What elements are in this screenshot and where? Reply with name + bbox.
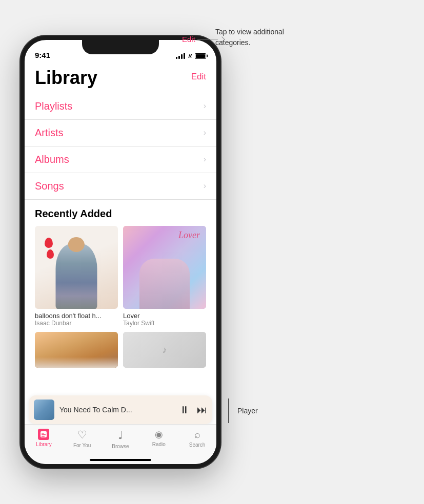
- wifi-icon: 𝑅: [188, 52, 192, 59]
- album-name-2: Lover: [123, 312, 206, 320]
- player-controls: ⏸ ⏭: [179, 404, 207, 416]
- search-icon: ⌕: [194, 429, 200, 440]
- heart-icon: ♡: [77, 429, 87, 441]
- albums-grid: balloons don't float h... Isaac Dunbar L…: [35, 226, 206, 327]
- artists-label: Artists: [35, 127, 64, 139]
- recently-added-title: Recently Added: [35, 208, 206, 220]
- tab-library[interactable]: Library: [25, 429, 63, 447]
- tab-browse-label: Browse: [112, 444, 129, 449]
- library-item-songs[interactable]: Songs ›: [25, 173, 216, 200]
- tab-for-you[interactable]: ♡ For You: [63, 429, 102, 448]
- player-track-info: You Need To Calm D...: [59, 406, 179, 414]
- library-item-playlists[interactable]: Playlists ›: [25, 93, 216, 120]
- album-art-gray: ♪: [123, 332, 206, 368]
- library-item-albums[interactable]: Albums ›: [25, 146, 216, 173]
- tab-search[interactable]: ⌕ Search: [178, 429, 216, 448]
- status-icons: 𝑅: [176, 52, 206, 59]
- note-icon: ♩: [118, 429, 123, 442]
- album-artist-2: Taylor Swift: [123, 320, 206, 327]
- player-callout-label: Player: [237, 407, 258, 415]
- pause-button[interactable]: ⏸: [179, 404, 190, 416]
- album-card-1[interactable]: balloons don't float h... Isaac Dunbar: [35, 226, 118, 327]
- recently-added-section: Recently Added: [25, 200, 216, 373]
- songs-label: Songs: [35, 180, 64, 192]
- album-card-2[interactable]: Lover Lover Lover Taylor Swift: [123, 226, 206, 327]
- player-album-art: [34, 400, 54, 420]
- notch: [82, 40, 159, 54]
- artists-chevron: ›: [204, 128, 206, 137]
- album-name-1: balloons don't float h...: [35, 312, 118, 320]
- svg-rect-3: [42, 436, 45, 437]
- playlists-chevron: ›: [204, 101, 206, 111]
- library-icon: [38, 429, 49, 440]
- scene: 9:41 𝑅 Library Edit: [0, 0, 424, 504]
- tab-search-label: Search: [189, 442, 206, 448]
- album-artist-1: Isaac Dunbar: [35, 320, 118, 327]
- battery-icon: [195, 53, 206, 59]
- categories-callout: Tap to view additional categories.: [215, 27, 313, 48]
- albums-grid-row2: ♪: [35, 332, 206, 368]
- album-art-balloons: [35, 226, 118, 309]
- header-area: Library Edit: [25, 62, 216, 88]
- albums-chevron: ›: [204, 155, 206, 164]
- albums-label: Albums: [35, 154, 69, 165]
- playlists-label: Playlists: [35, 100, 72, 112]
- album-art-lover: Lover Lover: [123, 226, 206, 309]
- tab-bar: Library ♡ For You ♩ Browse ◉ Radio: [25, 424, 216, 464]
- radio-icon: ◉: [155, 429, 163, 440]
- svg-rect-1: [42, 433, 44, 434]
- mini-player[interactable]: You Need To Calm D... ⏸ ⏭: [29, 395, 212, 424]
- home-indicator: [90, 459, 151, 461]
- phone-frame: 9:41 𝑅 Library Edit: [21, 36, 220, 468]
- edit-button[interactable]: Edit: [191, 68, 206, 82]
- library-item-artists[interactable]: Artists ›: [25, 120, 216, 146]
- tab-for-you-label: For You: [73, 443, 91, 448]
- library-list: Playlists › Artists › Albums › Songs ›: [25, 93, 216, 200]
- songs-chevron: ›: [204, 181, 206, 191]
- tab-library-label: Library: [36, 442, 52, 447]
- player-track-name: You Need To Calm D...: [59, 406, 179, 414]
- page-title: Library: [35, 68, 97, 88]
- album-art-serenity: [35, 332, 118, 368]
- tab-radio-label: Radio: [152, 442, 166, 447]
- tab-radio[interactable]: ◉ Radio: [139, 429, 178, 447]
- signal-icon: [176, 53, 185, 59]
- phone-content: Library Edit Playlists › Artists › Album…: [25, 62, 216, 464]
- album-card-4[interactable]: ♪: [123, 332, 206, 368]
- skip-forward-button[interactable]: ⏭: [197, 404, 207, 416]
- svg-rect-2: [42, 434, 46, 435]
- tab-browse[interactable]: ♩ Browse: [102, 429, 140, 449]
- status-time: 9:41: [35, 51, 50, 59]
- album-card-3[interactable]: [35, 332, 118, 368]
- player-callout: Player: [228, 398, 414, 423]
